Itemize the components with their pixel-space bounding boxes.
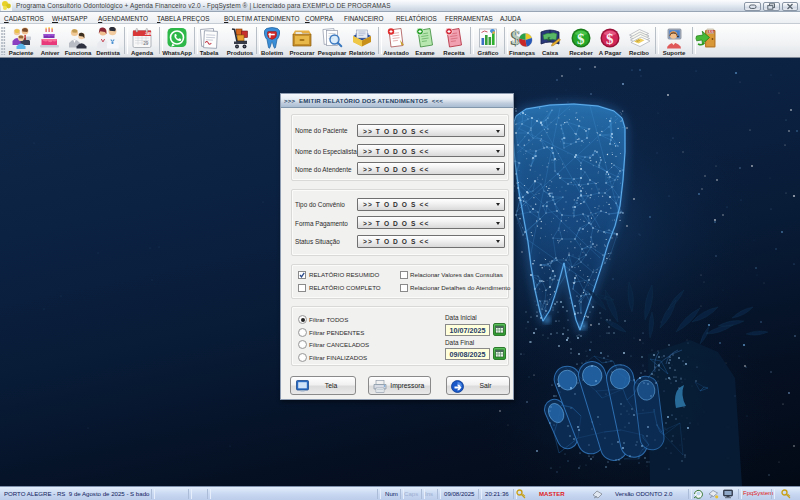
svg-text:$: $: [548, 36, 551, 42]
svg-text:JAN: JAN: [145, 32, 152, 36]
svg-text:29: 29: [143, 41, 149, 46]
svg-text:$: $: [577, 31, 585, 47]
svg-text:$: $: [606, 31, 614, 47]
svg-text:EXIT: EXIT: [708, 30, 715, 34]
